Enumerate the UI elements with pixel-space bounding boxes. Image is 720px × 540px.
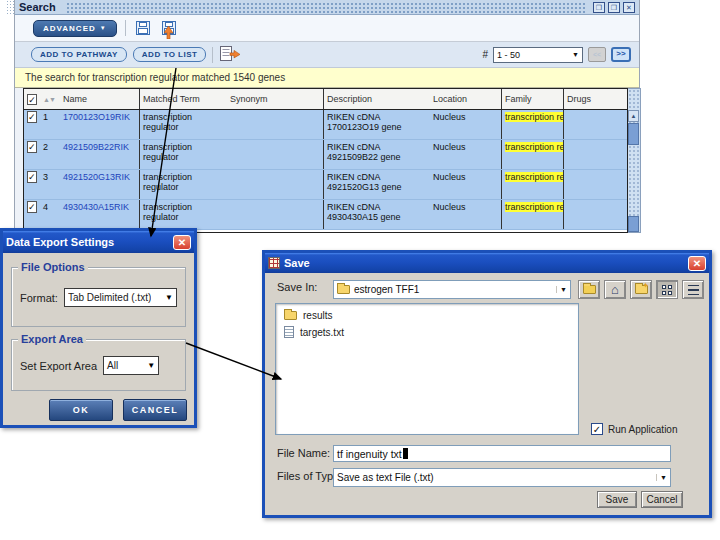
chevron-down-icon: ▼ (572, 51, 579, 58)
scrollbar-thumb[interactable] (628, 123, 639, 145)
home-button[interactable]: ⌂ (604, 280, 626, 299)
export-area-dropdown[interactable]: All ▼ (103, 356, 159, 375)
format-dropdown-value: Tab Delimited (.txt) (68, 292, 151, 303)
toolbar-separator (212, 47, 213, 63)
drugs-cell (564, 140, 627, 169)
save-dialog-titlebar[interactable]: Save ✕ (265, 253, 709, 273)
location-cell: Nucleus (430, 140, 502, 169)
save-button[interactable]: Save (597, 491, 637, 508)
toolbar-separator (125, 20, 126, 36)
col-header-description[interactable]: Description (324, 89, 430, 109)
save-dialog-title: Save (284, 257, 310, 269)
scrollbar-lower-block (628, 216, 639, 232)
table-header-row[interactable]: ✓ ▲▼ Name Matched Term Synonym Descripti… (24, 89, 627, 110)
gene-name-link[interactable]: 4930430A15RIK (63, 202, 129, 212)
row-checkbox[interactable]: ✓ (27, 201, 37, 213)
files-of-type-dropdown[interactable]: Save as text File (.txt) ▼ (333, 468, 671, 487)
file-options-group: File Options Format: Tab Delimited (.txt… (11, 267, 186, 327)
advanced-button[interactable]: ADVANCED ▼ (33, 20, 117, 37)
export-area-dropdown-value: All (107, 360, 118, 371)
titlebar-texture (66, 2, 586, 13)
col-header-matched-term[interactable]: Matched Term (140, 89, 227, 109)
description-cell: RIKEN cDNA 4921509B22 gene (324, 140, 430, 169)
synonym-cell (227, 200, 324, 229)
drugs-cell (564, 110, 627, 139)
chevron-down-icon: ▼ (556, 286, 567, 293)
list-view-icon (662, 285, 672, 295)
row-number: 4 (40, 200, 60, 229)
file-name-value: tf ingenuity txt (337, 448, 402, 460)
save-as-button[interactable] (160, 20, 178, 37)
close-icon[interactable]: ✕ (623, 2, 635, 13)
gene-name-link[interactable]: 4921520G13RIK (63, 172, 130, 182)
col-header-family[interactable]: Family (502, 89, 564, 109)
folder-icon (337, 285, 350, 294)
save-in-dropdown[interactable]: estrogen TFF1 ▼ (333, 280, 571, 299)
location-cell: Nucleus (430, 110, 502, 139)
col-header-drugs[interactable]: Drugs (564, 89, 627, 109)
add-to-pathway-button[interactable]: ADD TO PATHWAY (31, 47, 127, 62)
row-checkbox[interactable]: ✓ (27, 111, 37, 123)
range-dropdown[interactable]: 1 - 50 ▼ (493, 47, 583, 63)
gene-name-link[interactable]: 1700123O19RIK (63, 112, 130, 122)
save-icon (136, 21, 150, 35)
undock-icon[interactable]: ❐ (593, 2, 605, 13)
location-cell: Nucleus (430, 200, 502, 229)
next-page-button[interactable]: >> (611, 47, 631, 62)
save-dialog-toolbar: ⌂ ✦ (578, 280, 704, 299)
file-list[interactable]: results targets.txt (275, 303, 579, 435)
drugs-cell (564, 200, 627, 229)
list-item[interactable]: results (284, 310, 570, 321)
file-name-input[interactable]: tf ingenuity txt (333, 445, 671, 462)
table-row[interactable]: ✓ 1 1700123O19RIK transcription regulato… (24, 110, 627, 140)
cursor-arrow-icon (164, 26, 173, 39)
run-application-option[interactable]: ✓ Run Application (591, 423, 678, 435)
select-all-checkbox[interactable]: ✓ (27, 94, 37, 105)
format-dropdown[interactable]: Tab Delimited (.txt) ▼ (64, 288, 177, 307)
file-name: targets.txt (300, 327, 344, 338)
export-dialog-titlebar[interactable]: Data Export Settings ✕ (3, 231, 194, 253)
format-label: Format: (20, 292, 58, 304)
details-view-button[interactable] (682, 280, 704, 299)
ok-button[interactable]: OK (49, 399, 113, 421)
home-icon: ⌂ (611, 285, 619, 295)
table-row[interactable]: ✓ 4 4930430A15RIK transcription regulato… (24, 200, 627, 230)
close-icon[interactable]: ✕ (173, 235, 191, 250)
col-header-name[interactable]: Name (60, 89, 140, 109)
up-one-level-button[interactable] (578, 280, 600, 299)
scroll-up-icon[interactable]: ▲ (628, 110, 639, 122)
run-application-checkbox[interactable]: ✓ (591, 423, 603, 435)
export-button[interactable] (219, 46, 241, 63)
restore-icon[interactable]: ❐ (608, 2, 620, 13)
list-item[interactable]: targets.txt (284, 326, 570, 338)
add-to-list-button[interactable]: ADD TO LIST (133, 47, 207, 62)
chevron-down-icon: ▼ (165, 293, 173, 302)
search-titlebar[interactable]: Search ❐ ❐ ✕ (15, 0, 639, 15)
results-table-wrap: ✓ ▲▼ Name Matched Term Synonym Descripti… (23, 88, 641, 233)
chevron-down-icon: ▼ (100, 25, 107, 31)
row-number: 1 (40, 110, 60, 139)
new-folder-button[interactable]: ✦ (630, 280, 652, 299)
file-name-label: File Name: (277, 447, 330, 459)
matched-term-cell: transcription regulator (140, 200, 227, 229)
up-one-level-icon (583, 285, 596, 294)
col-header-synonym[interactable]: Synonym (227, 89, 324, 109)
row-checkbox[interactable]: ✓ (27, 171, 37, 183)
list-view-button[interactable] (656, 280, 678, 299)
prev-page-button[interactable]: << (588, 47, 606, 62)
table-row[interactable]: ✓ 2 4921509B22RIK transcription regulato… (24, 140, 627, 170)
col-header-location[interactable]: Location (430, 89, 502, 109)
cancel-button[interactable]: Cancel (641, 491, 683, 508)
search-toolbar-bottom: ADD TO PATHWAY ADD TO LIST # 1 - 50 ▼ < (15, 42, 639, 68)
vertical-scrollbar[interactable]: ▲ (628, 88, 641, 233)
table-row[interactable]: ✓ 3 4921520G13RIK transcription regulato… (24, 170, 627, 200)
row-checkbox[interactable]: ✓ (27, 141, 37, 153)
cancel-button[interactable]: CANCEL (123, 399, 187, 421)
save-button[interactable] (134, 20, 152, 37)
synonym-cell (227, 140, 324, 169)
search-window-title: Search (19, 1, 56, 13)
close-icon[interactable]: ✕ (688, 256, 706, 271)
data-export-settings-dialog: Data Export Settings ✕ File Options Form… (0, 228, 197, 428)
sort-icons[interactable]: ▲▼ (43, 96, 55, 103)
gene-name-link[interactable]: 4921509B22RIK (63, 142, 129, 152)
